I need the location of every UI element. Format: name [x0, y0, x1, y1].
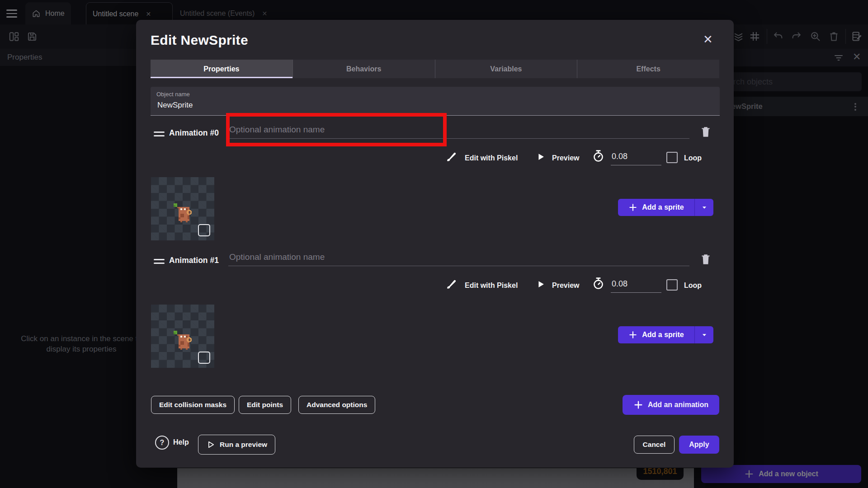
pig-sprite-image: [170, 327, 198, 355]
button-label: Apply: [689, 441, 709, 449]
brush-icon: [445, 277, 458, 290]
preview-button[interactable]: Preview: [552, 154, 579, 162]
help-icon[interactable]: ?: [155, 436, 169, 450]
button-label: Advanced options: [307, 401, 367, 409]
add-sprite-button[interactable]: Add a sprite: [618, 326, 694, 343]
stopwatch-icon: [591, 277, 605, 291]
tab-label: Properties: [203, 65, 239, 73]
loop-label: Loop: [684, 154, 702, 162]
plus-icon: [628, 203, 637, 212]
annotation-highlight-box: [226, 113, 447, 146]
tab-variables[interactable]: Variables: [435, 60, 577, 78]
tab-label: Effects: [636, 65, 660, 73]
animation-block-1: Animation #1 Edit with Piskel Preview Lo…: [136, 240, 734, 376]
add-sprite-dropdown-button[interactable]: [694, 199, 713, 216]
edit-with-piskel-button[interactable]: Edit with Piskel: [465, 282, 518, 290]
animation-name-input[interactable]: [228, 250, 689, 266]
run-preview-button[interactable]: Run a preview: [198, 435, 275, 455]
button-label: Cancel: [643, 441, 666, 449]
delete-animation-icon[interactable]: [700, 126, 712, 138]
plus-icon: [633, 400, 643, 410]
edit-collision-masks-button[interactable]: Edit collision masks: [151, 396, 235, 414]
pig-sprite-image: [170, 200, 198, 228]
animation-title: Animation #0: [169, 128, 219, 138]
add-sprite-split-button: Add a sprite: [618, 326, 713, 343]
button-label: Run a preview: [220, 441, 267, 449]
drag-handle-icon[interactable]: [154, 129, 165, 139]
add-sprite-label: Add a sprite: [642, 331, 684, 339]
edit-points-button[interactable]: Edit points: [239, 396, 291, 414]
add-sprite-label: Add a sprite: [642, 203, 684, 211]
edit-with-piskel-button[interactable]: Edit with Piskel: [465, 154, 518, 162]
object-name-field[interactable]: Object name: [151, 87, 720, 116]
advanced-options-button[interactable]: Advanced options: [298, 396, 375, 414]
object-name-input[interactable]: [156, 100, 701, 110]
chevron-down-icon: [700, 331, 708, 339]
stopwatch-icon: [591, 149, 605, 163]
plus-icon: [628, 330, 637, 339]
dialog-title: Edit NewSprite: [151, 33, 248, 48]
brush-icon: [445, 150, 458, 163]
tab-properties[interactable]: Properties: [151, 60, 292, 78]
close-dialog-icon[interactable]: ✕: [700, 32, 716, 47]
add-sprite-button[interactable]: Add a sprite: [618, 199, 694, 216]
animation-block-0: Animation #0 Edit with Piskel Preview Lo…: [136, 113, 734, 249]
time-between-frames-input[interactable]: [611, 151, 661, 165]
delete-animation-icon[interactable]: [700, 253, 712, 266]
button-label: Add an animation: [648, 401, 708, 409]
sprite-frame-thumbnail[interactable]: [151, 177, 214, 240]
play-icon: [536, 279, 546, 289]
tab-effects[interactable]: Effects: [577, 60, 719, 78]
select-frame-checkbox[interactable]: [198, 224, 210, 236]
drag-handle-icon[interactable]: [154, 257, 165, 266]
loop-checkbox[interactable]: [666, 279, 678, 291]
gdevelop-app: Home Untitled scene ✕ Untitled scene (Ev…: [0, 0, 868, 488]
button-label: Edit collision masks: [159, 401, 226, 409]
preview-button[interactable]: Preview: [552, 282, 579, 290]
time-between-frames-input[interactable]: [611, 278, 661, 293]
button-label: Edit points: [247, 401, 283, 409]
add-animation-button[interactable]: Add an animation: [623, 395, 719, 415]
tab-behaviors[interactable]: Behaviors: [292, 60, 435, 78]
add-sprite-dropdown-button[interactable]: [694, 326, 713, 343]
play-icon: [206, 440, 215, 449]
animation-title: Animation #1: [169, 256, 219, 265]
chevron-down-icon: [700, 203, 708, 211]
select-frame-checkbox[interactable]: [198, 352, 210, 364]
sprite-frame-thumbnail[interactable]: [151, 305, 214, 368]
edit-sprite-dialog: Edit NewSprite ✕ Properties Behaviors Va…: [136, 20, 734, 468]
tab-label: Behaviors: [346, 65, 381, 73]
object-name-field-label: Object name: [156, 91, 190, 98]
play-icon: [536, 152, 546, 162]
cancel-button[interactable]: Cancel: [634, 436, 675, 454]
add-sprite-split-button: Add a sprite: [618, 199, 713, 216]
apply-button[interactable]: Apply: [679, 436, 719, 454]
help-button[interactable]: Help: [173, 438, 189, 446]
loop-checkbox[interactable]: [666, 152, 678, 163]
loop-label: Loop: [684, 282, 702, 290]
tab-label: Variables: [490, 65, 522, 73]
dialog-tab-bar: Properties Behaviors Variables Effects: [151, 60, 719, 78]
